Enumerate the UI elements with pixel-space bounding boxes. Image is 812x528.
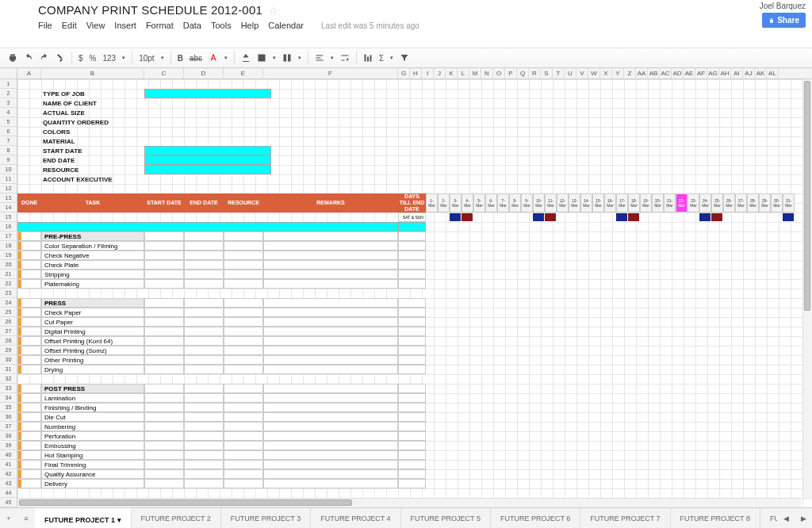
empty-cell[interactable] xyxy=(398,251,426,260)
task-cell[interactable]: Stripping xyxy=(41,270,144,279)
empty-cell[interactable] xyxy=(184,241,224,251)
done-cell[interactable] xyxy=(17,450,41,460)
empty-cell[interactable] xyxy=(224,422,263,431)
done-cell[interactable] xyxy=(17,298,41,308)
paint-icon[interactable] xyxy=(56,53,65,63)
empty-cell[interactable] xyxy=(224,450,263,460)
empty-cell[interactable] xyxy=(184,460,224,469)
empty-cell[interactable] xyxy=(224,317,263,327)
empty-cell[interactable] xyxy=(224,336,263,346)
empty-cell[interactable] xyxy=(263,393,398,403)
empty-cell[interactable] xyxy=(224,441,263,450)
task-cell[interactable]: Perforation xyxy=(41,431,144,441)
info-value-cell[interactable] xyxy=(144,155,271,165)
task-cell[interactable]: Lamination xyxy=(41,393,144,403)
empty-cell[interactable] xyxy=(184,403,224,412)
empty-cell[interactable] xyxy=(398,460,426,469)
empty-cell[interactable] xyxy=(224,260,263,270)
empty-cell[interactable] xyxy=(144,260,184,270)
empty-cell[interactable] xyxy=(224,403,263,412)
empty-cell[interactable] xyxy=(263,422,398,431)
empty-cell[interactable] xyxy=(263,327,398,336)
sheet-tab[interactable]: FUTURE PROJECT 2 xyxy=(132,508,221,529)
empty-cell[interactable] xyxy=(224,355,263,365)
task-cell[interactable]: Drying xyxy=(41,365,144,374)
done-cell[interactable] xyxy=(17,308,41,317)
empty-cell[interactable] xyxy=(184,346,224,355)
empty-cell[interactable] xyxy=(263,403,398,412)
task-cell[interactable]: Quality Assurance xyxy=(41,469,144,479)
task-cell[interactable]: Check Plate xyxy=(41,260,144,270)
menu-calendar[interactable]: Calendar xyxy=(268,21,304,30)
empty-cell[interactable] xyxy=(398,412,426,422)
empty-cell[interactable] xyxy=(398,241,426,251)
empty-cell[interactable] xyxy=(184,279,224,289)
empty-cell[interactable] xyxy=(184,355,224,365)
share-button[interactable]: Share xyxy=(762,13,806,28)
empty-cell[interactable] xyxy=(144,469,184,479)
insert-chart-icon[interactable] xyxy=(363,53,373,63)
empty-cell[interactable] xyxy=(398,469,426,479)
text-color-button[interactable] xyxy=(209,53,218,63)
horizontal-scrollbar[interactable] xyxy=(17,498,801,507)
fill-color-button[interactable] xyxy=(241,53,251,63)
undo-icon[interactable] xyxy=(24,53,33,63)
empty-cell[interactable] xyxy=(144,251,184,260)
star-icon[interactable]: ☆ xyxy=(269,5,278,17)
empty-cell[interactable] xyxy=(398,298,426,308)
strike-button[interactable]: abc xyxy=(190,54,202,63)
sheet-tab[interactable]: FUTURE PROJECT 7 xyxy=(580,508,670,529)
empty-cell[interactable] xyxy=(398,346,426,355)
empty-cell[interactable] xyxy=(144,355,184,365)
task-cell[interactable]: Cut Paper xyxy=(41,317,144,327)
empty-cell[interactable] xyxy=(144,298,184,308)
menu-insert[interactable]: Insert xyxy=(114,21,136,30)
empty-cell[interactable] xyxy=(144,450,184,460)
menu-help[interactable]: Help xyxy=(241,21,259,30)
empty-cell[interactable] xyxy=(398,393,426,403)
font-size[interactable]: 10pt xyxy=(139,54,154,63)
done-cell[interactable] xyxy=(17,479,41,488)
sheet-tab[interactable]: FUTURE PROJECT 9 xyxy=(760,508,777,529)
all-sheets-button[interactable]: ≡ xyxy=(17,515,35,522)
empty-cell[interactable] xyxy=(184,365,224,374)
empty-cell[interactable] xyxy=(398,384,426,393)
empty-cell[interactable] xyxy=(224,270,263,279)
empty-cell[interactable] xyxy=(144,346,184,355)
tab-scroll-left[interactable]: ◀ xyxy=(777,515,795,522)
empty-cell[interactable] xyxy=(263,251,398,260)
empty-cell[interactable] xyxy=(144,422,184,431)
sheet-tab[interactable]: FUTURE PROJECT 8 xyxy=(671,508,760,529)
empty-cell[interactable] xyxy=(224,251,263,260)
empty-cell[interactable] xyxy=(144,365,184,374)
empty-cell[interactable] xyxy=(144,479,184,488)
done-cell[interactable] xyxy=(17,327,41,336)
done-cell[interactable] xyxy=(17,384,41,393)
row-headers[interactable]: 1234567891011121314151617181920212223242… xyxy=(0,79,17,507)
empty-cell[interactable] xyxy=(263,450,398,460)
empty-cell[interactable] xyxy=(398,279,426,289)
empty-cell[interactable] xyxy=(224,460,263,469)
sheet-tab[interactable]: FUTURE PROJECT 3 xyxy=(221,508,311,529)
done-cell[interactable] xyxy=(17,403,41,412)
document-title[interactable]: COMPANY PRINT SCHEDULE 2012-001 xyxy=(38,3,262,17)
empty-cell[interactable] xyxy=(263,384,398,393)
task-cell[interactable]: Final Trimming xyxy=(41,460,144,469)
column-headers[interactable]: ABCDEFGHIJKLMNOPQRSTUVWXYZAAABACADAEAFAG… xyxy=(0,68,812,79)
done-cell[interactable] xyxy=(17,317,41,327)
empty-cell[interactable] xyxy=(184,231,224,241)
empty-cell[interactable] xyxy=(398,365,426,374)
empty-cell[interactable] xyxy=(184,260,224,270)
empty-cell[interactable] xyxy=(398,317,426,327)
menu-file[interactable]: File xyxy=(38,21,52,30)
info-value-cell[interactable] xyxy=(144,146,271,155)
empty-cell[interactable] xyxy=(263,308,398,317)
spreadsheet-grid[interactable]: ABCDEFGHIJKLMNOPQRSTUVWXYZAAABACADAEAFAG… xyxy=(0,68,812,507)
empty-cell[interactable] xyxy=(398,308,426,317)
empty-cell[interactable] xyxy=(184,479,224,488)
task-cell[interactable]: Platemaking xyxy=(41,279,144,289)
empty-cell[interactable] xyxy=(144,403,184,412)
borders-button[interactable] xyxy=(257,53,266,63)
task-cell[interactable]: Embossing xyxy=(41,441,144,450)
done-cell[interactable] xyxy=(17,270,41,279)
